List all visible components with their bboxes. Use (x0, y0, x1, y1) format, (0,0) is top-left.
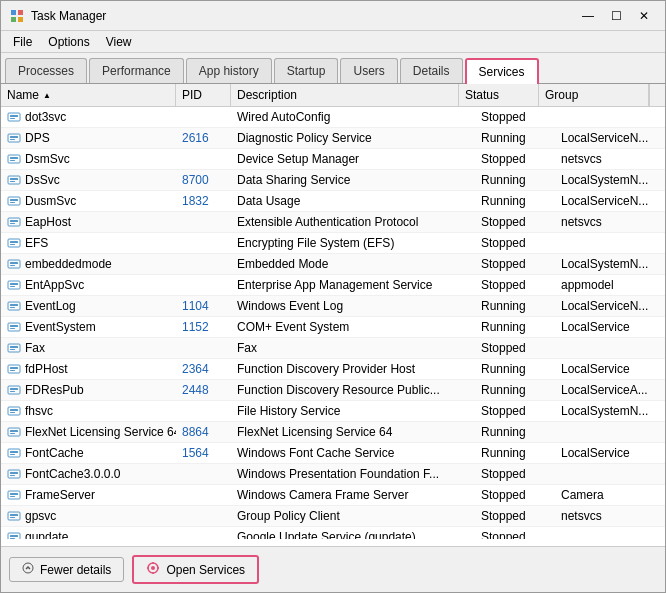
tab-services[interactable]: Services (465, 58, 539, 84)
cell-name: FrameServer (1, 485, 176, 505)
cell-description: Fax (231, 338, 475, 358)
svg-rect-65 (10, 535, 18, 537)
cell-status: Stopped (475, 464, 555, 484)
cell-status: Running (475, 359, 555, 379)
tab-users[interactable]: Users (340, 58, 397, 83)
cell-status: Stopped (475, 107, 555, 127)
table-row[interactable]: FontCache 1564Windows Font Cache Service… (1, 443, 665, 464)
col-group[interactable]: Group (539, 84, 649, 106)
cell-status: Running (475, 317, 555, 337)
cell-pid: 2616 (176, 128, 231, 148)
cell-status: Stopped (475, 506, 555, 526)
table-row[interactable]: EFS Encrypting File System (EFS)Stopped (1, 233, 665, 254)
svg-rect-0 (11, 10, 16, 15)
table-row[interactable]: fdPHost 2364Function Discovery Provider … (1, 359, 665, 380)
table-row[interactable]: embeddedmode Embedded ModeStoppedLocalSy… (1, 254, 665, 275)
table-row[interactable]: DsmSvc Device Setup ManagerStoppednetsvc… (1, 149, 665, 170)
table-row[interactable]: DsSvc 8700Data Sharing ServiceRunningLoc… (1, 170, 665, 191)
table-row[interactable]: DusmSvc 1832Data UsageRunningLocalServic… (1, 191, 665, 212)
cell-status: Running (475, 443, 555, 463)
cell-name: DsmSvc (1, 149, 176, 169)
svg-rect-33 (10, 307, 15, 308)
cell-name: FontCache3.0.0.0 (1, 464, 176, 484)
cell-status: Running (475, 191, 555, 211)
service-icon (7, 173, 21, 187)
fewer-details-button[interactable]: Fewer details (9, 557, 124, 582)
minimize-button[interactable]: — (575, 6, 601, 26)
service-icon (7, 362, 21, 376)
table-row[interactable]: gpsvc Group Policy ClientStoppednetsvcs (1, 506, 665, 527)
service-icon (7, 530, 21, 539)
svg-rect-2 (11, 17, 16, 22)
table-row[interactable]: dot3svc Wired AutoConfigStopped (1, 107, 665, 128)
col-status[interactable]: Status (459, 84, 539, 106)
service-icon (7, 299, 21, 313)
cell-name: DsSvc (1, 170, 176, 190)
cell-status: Stopped (475, 254, 555, 274)
tab-processes[interactable]: Processes (5, 58, 87, 83)
col-name[interactable]: Name ▲ (1, 84, 176, 106)
tab-startup[interactable]: Startup (274, 58, 339, 83)
close-button[interactable]: ✕ (631, 6, 657, 26)
table-row[interactable]: EapHost Extensible Authentication Protoc… (1, 212, 665, 233)
service-icon (7, 110, 21, 124)
cell-group: LocalServiceA... (555, 380, 665, 400)
col-description[interactable]: Description (231, 84, 459, 106)
cell-group (555, 233, 665, 253)
open-services-button[interactable]: Open Services (132, 555, 259, 584)
cell-name: FDResPub (1, 380, 176, 400)
table-row[interactable]: gupdate Google Update Service (gupdate)S… (1, 527, 665, 539)
service-icon (7, 509, 21, 523)
tab-performance[interactable]: Performance (89, 58, 184, 83)
cell-name: EntAppSvc (1, 275, 176, 295)
table-row[interactable]: FontCache3.0.0.0 Windows Presentation Fo… (1, 464, 665, 485)
cell-description: Diagnostic Policy Service (231, 128, 475, 148)
tab-app-history[interactable]: App history (186, 58, 272, 83)
cell-pid (176, 275, 231, 295)
cell-status: Running (475, 296, 555, 316)
menu-options[interactable]: Options (40, 33, 97, 51)
table-body[interactable]: dot3svc Wired AutoConfigStopped DPS 2616… (1, 107, 665, 539)
table-row[interactable]: FDResPub 2448Function Discovery Resource… (1, 380, 665, 401)
cell-pid (176, 212, 231, 232)
cell-description: Enterprise App Management Service (231, 275, 475, 295)
menu-view[interactable]: View (98, 33, 140, 51)
cell-name: DPS (1, 128, 176, 148)
col-pid[interactable]: PID (176, 84, 231, 106)
svg-rect-12 (10, 160, 15, 161)
cell-description: Encrypting File System (EFS) (231, 233, 475, 253)
cell-pid (176, 401, 231, 421)
svg-rect-42 (10, 370, 15, 371)
tab-details[interactable]: Details (400, 58, 463, 83)
cell-status: Stopped (475, 212, 555, 232)
menu-bar: File Options View (1, 31, 665, 53)
table-row[interactable]: FlexNet Licensing Service 64 8864FlexNet… (1, 422, 665, 443)
cell-pid (176, 233, 231, 253)
cell-group (555, 527, 665, 539)
table-row[interactable]: DPS 2616Diagnostic Policy ServiceRunning… (1, 128, 665, 149)
cell-group: Camera (555, 485, 665, 505)
cell-pid: 1832 (176, 191, 231, 211)
table-row[interactable]: EventSystem 1152COM+ Event SystemRunning… (1, 317, 665, 338)
table-row[interactable]: Fax FaxStopped (1, 338, 665, 359)
cell-description: Device Setup Manager (231, 149, 475, 169)
cell-description: Function Discovery Provider Host (231, 359, 475, 379)
svg-rect-8 (10, 136, 18, 138)
maximize-button[interactable]: ☐ (603, 6, 629, 26)
cell-group: LocalService (555, 359, 665, 379)
table-row[interactable]: FrameServer Windows Camera Frame ServerS… (1, 485, 665, 506)
cell-name: dot3svc (1, 107, 176, 127)
cell-status: Stopped (475, 527, 555, 539)
service-icon (7, 152, 21, 166)
table-row[interactable]: EventLog 1104Windows Event LogRunningLoc… (1, 296, 665, 317)
svg-rect-32 (10, 304, 18, 306)
svg-rect-14 (10, 178, 18, 180)
table-row[interactable]: fhsvc File History ServiceStoppedLocalSy… (1, 401, 665, 422)
cell-name: EventLog (1, 296, 176, 316)
service-icon (7, 341, 21, 355)
table-row[interactable]: EntAppSvc Enterprise App Management Serv… (1, 275, 665, 296)
cell-group: LocalSystemN... (555, 401, 665, 421)
cell-pid: 2364 (176, 359, 231, 379)
menu-file[interactable]: File (5, 33, 40, 51)
services-table: Name ▲ PID Description Status Group dot3… (1, 84, 665, 546)
